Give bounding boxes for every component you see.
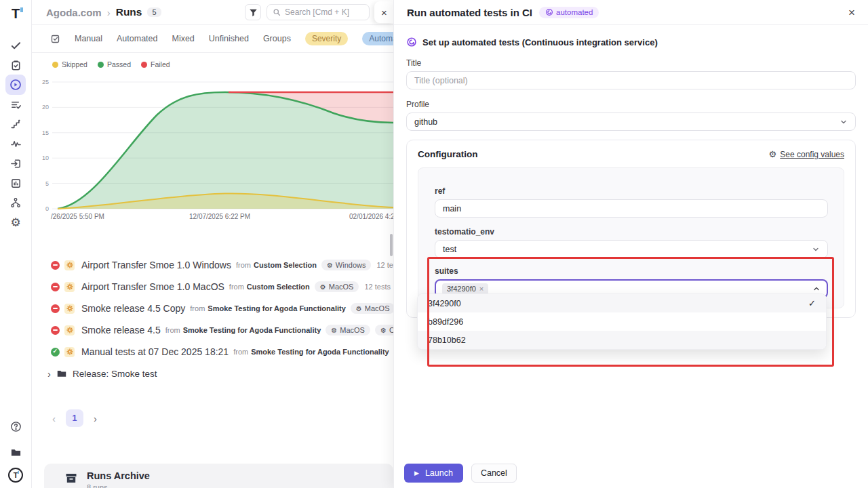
y-tick-25: 25 bbox=[42, 79, 49, 85]
search-icon bbox=[273, 8, 281, 16]
run-title[interactable]: Smoke release 4.5 Copy bbox=[81, 303, 185, 314]
tab-mixed[interactable]: Mixed bbox=[172, 34, 194, 43]
gear-icon: ⚙ bbox=[769, 149, 777, 159]
severity-pill[interactable]: Severity bbox=[305, 32, 348, 45]
automation-icon bbox=[545, 8, 553, 16]
next-page-button[interactable]: › bbox=[94, 413, 97, 424]
title-input-placeholder: Title (optional) bbox=[414, 76, 468, 85]
env-badge: ⚙Windows bbox=[321, 260, 372, 270]
suite-option[interactable]: b89df296 bbox=[418, 312, 826, 331]
run-source[interactable]: Smoke Testing for Agoda Functionality bbox=[183, 326, 321, 334]
archive-box-icon bbox=[64, 471, 78, 485]
legend-skipped: Skipped bbox=[52, 60, 87, 68]
search-input[interactable]: Search [Cmd + K] bbox=[267, 4, 370, 20]
y-tick-5: 5 bbox=[45, 180, 49, 187]
env-field-label: testomatio_env bbox=[435, 227, 828, 237]
suite-option[interactable]: 78b10b62 bbox=[418, 331, 826, 349]
cancel-button[interactable]: Cancel bbox=[471, 464, 517, 483]
failed-status-icon bbox=[51, 261, 60, 270]
breadcrumb-page[interactable]: Runs bbox=[116, 6, 142, 18]
pagination: ‹ 1 › bbox=[32, 409, 97, 427]
prev-page-button[interactable]: ‹ bbox=[52, 413, 56, 424]
chevron-right-icon[interactable]: › bbox=[47, 369, 51, 379]
config-fields-panel: ref main testomatio_env test suites 3f42… bbox=[418, 167, 844, 308]
breadcrumb-project[interactable]: Agoda.com bbox=[46, 7, 102, 18]
help-icon[interactable] bbox=[5, 416, 26, 436]
drawer-close-button[interactable]: × bbox=[848, 7, 855, 18]
run-ci-drawer: Run automated tests in CI automated × Se… bbox=[393, 0, 868, 488]
automated-badge: automated bbox=[539, 7, 599, 18]
title-input[interactable]: Title (optional) bbox=[406, 71, 856, 89]
archive-subtitle: 8 runs bbox=[87, 483, 150, 488]
profile-select[interactable]: github bbox=[406, 113, 856, 131]
main-scrollbar-thumb[interactable] bbox=[390, 234, 393, 256]
chevron-down-icon bbox=[812, 245, 820, 253]
runs-archive-section[interactable]: Runs Archive 8 runs bbox=[44, 464, 393, 488]
steps-icon[interactable] bbox=[5, 114, 26, 134]
run-title[interactable]: Smoke release 4.5 bbox=[81, 325, 161, 336]
profile-field-label: Profile bbox=[406, 100, 856, 109]
run-source[interactable]: Custom Selection bbox=[254, 261, 317, 269]
title-field-label: Title bbox=[406, 58, 856, 68]
suites-dropdown: 3f4290f0 ✓ b89df296 78b10b62 bbox=[417, 293, 827, 350]
tab-unfinished[interactable]: Unfinished bbox=[209, 34, 249, 43]
activity-pulse-icon[interactable] bbox=[5, 134, 26, 154]
list-check-icon[interactable] bbox=[5, 94, 26, 115]
import-icon[interactable] bbox=[5, 153, 26, 174]
ref-input[interactable]: main bbox=[435, 199, 828, 218]
folder-title[interactable]: Release: Smoke test bbox=[73, 369, 157, 379]
profile-select-value: github bbox=[414, 117, 437, 127]
projects-folder-icon[interactable] bbox=[5, 442, 26, 462]
gear-icon: ⚙ bbox=[327, 262, 333, 269]
gear-icon: ⚙ bbox=[320, 283, 326, 291]
check-icon: ✓ bbox=[808, 298, 816, 308]
app-logo[interactable]: T bbox=[12, 7, 20, 20]
user-avatar[interactable]: T bbox=[8, 468, 23, 483]
tasks-check-icon[interactable] bbox=[5, 35, 26, 56]
from-label: from bbox=[233, 348, 248, 356]
runs-list: Airport Transfer Smoe 1.0 Windows from C… bbox=[32, 254, 393, 384]
tests-count: 12 tests bbox=[364, 283, 391, 291]
legend-failed: Failed bbox=[141, 60, 170, 68]
run-title[interactable]: Airport Transfer Smoe 1.0 Windows bbox=[81, 260, 231, 270]
spark-icon bbox=[64, 304, 75, 314]
branch-icon[interactable] bbox=[5, 192, 26, 213]
see-config-values-link[interactable]: ⚙ See config values bbox=[769, 149, 844, 159]
chip-remove-icon[interactable]: × bbox=[479, 285, 484, 293]
run-title[interactable]: Manual tests at 07 Dec 2025 18:21 bbox=[81, 346, 229, 357]
drawer-close-handle[interactable]: × bbox=[374, 1, 394, 23]
report-chart-icon[interactable] bbox=[5, 173, 26, 193]
suite-option[interactable]: 3f4290f0 ✓ bbox=[418, 294, 826, 312]
settings-gear-icon[interactable]: ⚙ bbox=[5, 212, 26, 232]
breadcrumb-separator: › bbox=[107, 7, 111, 18]
automation-icon bbox=[406, 37, 417, 47]
select-runs-icon[interactable] bbox=[50, 34, 60, 44]
clipboard-check-icon[interactable] bbox=[5, 55, 26, 75]
run-row[interactable]: Smoke release 4.5 from Smoke Testing for… bbox=[32, 319, 393, 341]
testomatio-env-select[interactable]: test bbox=[435, 240, 828, 258]
run-title[interactable]: Airport Transfer Smoe 1.0 MacOS bbox=[81, 281, 224, 292]
env-badge: ⚙MacOS bbox=[326, 325, 370, 336]
tab-manual[interactable]: Manual bbox=[75, 34, 102, 43]
page-1-button[interactable]: 1 bbox=[66, 409, 83, 427]
suites-field-label: suites bbox=[435, 266, 828, 276]
tab-groups[interactable]: Groups bbox=[263, 34, 291, 43]
run-row[interactable]: Manual tests at 07 Dec 2025 18:21 from S… bbox=[32, 341, 393, 363]
launch-button[interactable]: ▶ Launch bbox=[404, 464, 463, 483]
runs-play-circle-icon[interactable] bbox=[5, 75, 26, 95]
release-folder-row[interactable]: › Release: Smoke test bbox=[32, 363, 393, 384]
env-badge: ⚙MacOS bbox=[315, 281, 359, 292]
run-source[interactable]: Custom Selection bbox=[247, 283, 310, 291]
env-badge: ⚙MacOS bbox=[351, 303, 393, 314]
failed-status-icon bbox=[51, 283, 60, 291]
from-label: from bbox=[236, 261, 251, 269]
run-row[interactable]: Smoke release 4.5 Copy from Smoke Testin… bbox=[32, 298, 393, 319]
run-source[interactable]: Smoke Testing for Agoda Functionality bbox=[208, 304, 346, 312]
run-row[interactable]: Airport Transfer Smoe 1.0 MacOS from Cus… bbox=[32, 276, 393, 298]
top-bar: Agoda.com › Runs 5 Search [Cmd + K] bbox=[32, 0, 393, 25]
filter-button[interactable] bbox=[245, 4, 261, 20]
run-source[interactable]: Smoke Testing for Agoda Functionality bbox=[251, 348, 389, 356]
tab-automated[interactable]: Automated bbox=[117, 34, 157, 43]
run-row[interactable]: Airport Transfer Smoe 1.0 Windows from C… bbox=[32, 254, 393, 276]
section-header: Set up automated tests (Continuous integ… bbox=[406, 37, 856, 47]
